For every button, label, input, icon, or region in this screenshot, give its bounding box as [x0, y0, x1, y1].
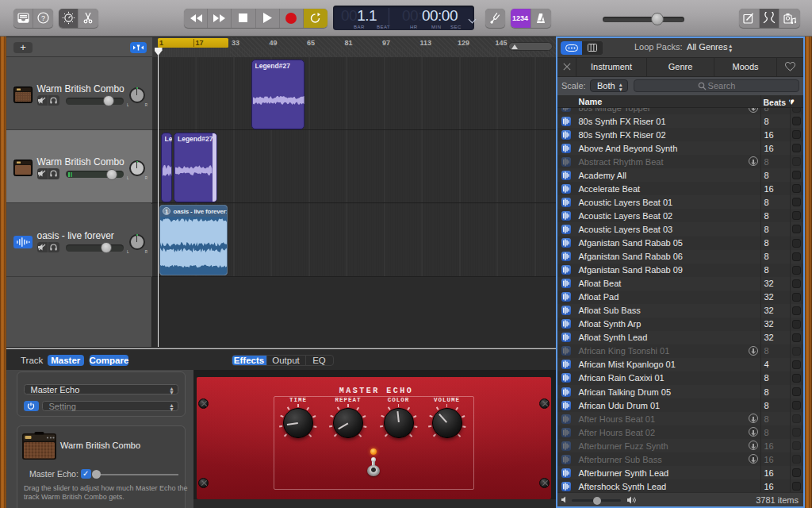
svg-text:?: ?	[41, 14, 45, 22]
